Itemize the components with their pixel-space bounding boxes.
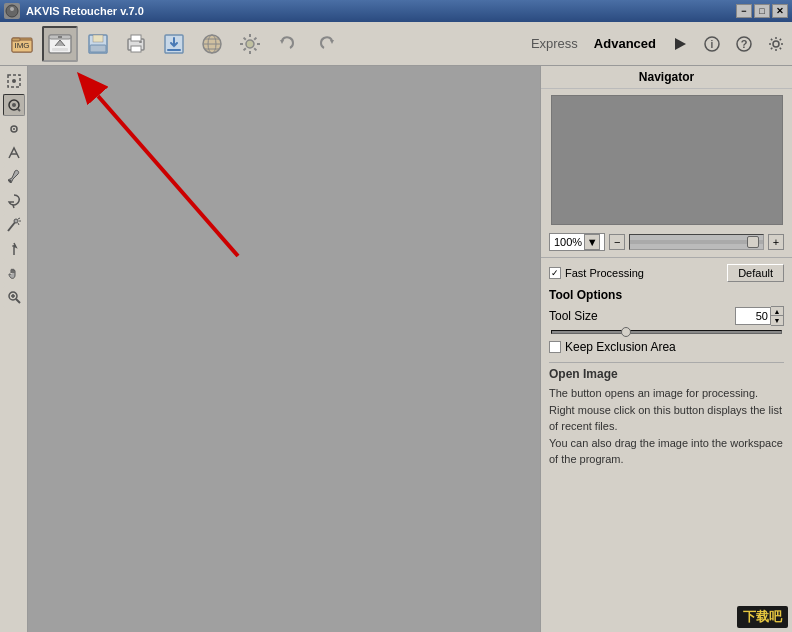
settings-panel: ✓ Fast Processing Default Tool Options T… — [541, 257, 792, 632]
selection-tool-btn[interactable] — [3, 70, 25, 92]
svg-line-39 — [13, 205, 14, 208]
redo-button[interactable] — [308, 26, 344, 62]
brush-tool-btn[interactable] — [3, 94, 25, 116]
spinbox-arrows: ▲ ▼ — [771, 306, 784, 326]
svg-line-41 — [18, 218, 20, 219]
divider — [549, 362, 784, 363]
svg-point-36 — [13, 128, 15, 130]
undo-button[interactable] — [270, 26, 306, 62]
navigator-zoom-row: 100% ▼ − + — [541, 231, 792, 257]
tool-size-spinbox[interactable]: ▲ ▼ — [735, 306, 784, 326]
keep-exclusion-label: Keep Exclusion Area — [565, 340, 676, 354]
open-image-button[interactable] — [42, 26, 78, 62]
keep-exclusion-checkbox[interactable] — [549, 341, 561, 353]
zoom-out-btn[interactable]: − — [609, 234, 625, 250]
tab-advanced[interactable]: Advanced — [590, 34, 660, 53]
download-button[interactable] — [156, 26, 192, 62]
watermark: 下载吧 — [737, 606, 788, 628]
eyedropper-tool-btn[interactable] — [3, 166, 25, 188]
fast-processing-checkbox[interactable]: ✓ — [549, 267, 561, 279]
toolbar-right: Express Advanced i ? — [527, 32, 788, 56]
spin-up-btn[interactable]: ▲ — [771, 307, 783, 316]
info-button[interactable]: i — [700, 32, 724, 56]
svg-text:IMG: IMG — [14, 41, 29, 50]
svg-line-46 — [16, 299, 20, 303]
navigator-header: Navigator — [541, 66, 792, 89]
hand-tool-btn[interactable] — [3, 262, 25, 284]
svg-point-1 — [10, 7, 14, 11]
default-button[interactable]: Default — [727, 264, 784, 282]
minimize-button[interactable]: − — [736, 4, 752, 18]
left-tool-panel — [0, 66, 28, 632]
fast-processing-row: ✓ Fast Processing Default — [549, 264, 784, 282]
svg-line-34 — [17, 108, 20, 111]
magic-tool-btn[interactable] — [3, 214, 25, 236]
run-button[interactable] — [668, 32, 692, 56]
zoom-value-text: 100% — [554, 236, 582, 248]
tool-size-slider-container[interactable] — [549, 330, 784, 334]
help-text: The button opens an image for processing… — [549, 385, 784, 468]
save-button[interactable] — [80, 26, 116, 62]
tool-size-row: Tool Size ▲ ▼ — [549, 306, 784, 326]
app-settings-button[interactable] — [764, 32, 788, 56]
zoom-dropdown-btn[interactable]: ▼ — [584, 234, 600, 250]
zoom-value-box: 100% ▼ — [549, 233, 605, 251]
app-icon — [4, 3, 20, 19]
svg-rect-8 — [52, 48, 68, 51]
toolbar: IMG — [0, 22, 792, 66]
zoom-in-btn[interactable]: + — [768, 234, 784, 250]
right-panel: Navigator 100% ▼ − + ✓ Fas — [540, 66, 792, 632]
canvas-area[interactable] — [28, 66, 540, 632]
fast-processing-label[interactable]: ✓ Fast Processing — [549, 267, 644, 279]
title-controls: − □ ✕ — [736, 4, 788, 18]
tool-size-slider-track[interactable] — [551, 330, 782, 334]
svg-point-33 — [12, 103, 16, 107]
eraser-tool-btn[interactable] — [3, 118, 25, 140]
settings-button[interactable] — [232, 26, 268, 62]
navigator-view[interactable] — [551, 95, 783, 225]
smear-tool-btn[interactable] — [3, 142, 25, 164]
title-bar: AKVIS Retoucher v.7.0 − □ ✕ — [0, 0, 792, 22]
svg-rect-17 — [167, 49, 181, 51]
spin-down-btn[interactable]: ▼ — [771, 316, 783, 325]
navigator-section: Navigator 100% ▼ − + — [541, 66, 792, 257]
tab-express[interactable]: Express — [527, 34, 582, 53]
help-section: Open Image The button opens an image for… — [549, 367, 784, 468]
svg-rect-14 — [131, 46, 141, 52]
network-button[interactable] — [194, 26, 230, 62]
annotation-arrow — [58, 66, 318, 286]
title-bar-left: AKVIS Retoucher v.7.0 — [4, 3, 144, 19]
svg-rect-13 — [131, 35, 141, 41]
svg-point-38 — [8, 180, 11, 183]
zoom-slider[interactable] — [629, 234, 764, 250]
tool-options-header: Tool Options — [549, 288, 784, 302]
maximize-button[interactable]: □ — [754, 4, 770, 18]
svg-rect-11 — [90, 45, 106, 52]
tool-size-slider-thumb[interactable] — [621, 327, 631, 337]
tool-size-label: Tool Size — [549, 309, 598, 323]
svg-line-43 — [18, 223, 19, 225]
svg-rect-15 — [139, 41, 142, 43]
svg-text:i: i — [711, 39, 714, 50]
print-button[interactable] — [118, 26, 154, 62]
svg-rect-10 — [93, 35, 103, 42]
lasso-tool-btn[interactable] — [3, 190, 25, 212]
svg-line-50 — [98, 96, 238, 256]
fast-processing-text: Fast Processing — [565, 267, 644, 279]
title-text: AKVIS Retoucher v.7.0 — [26, 5, 144, 17]
keep-exclusion-row: Keep Exclusion Area — [549, 340, 784, 354]
zoom-tool-btn[interactable] — [3, 286, 25, 308]
svg-point-40 — [14, 219, 18, 223]
help-button[interactable]: ? — [732, 32, 756, 56]
pen-tool-btn[interactable] — [3, 238, 25, 260]
close-button[interactable]: ✕ — [772, 4, 788, 18]
tool-size-input[interactable] — [735, 307, 771, 325]
help-title: Open Image — [549, 367, 784, 381]
open-file-button[interactable]: IMG — [4, 26, 40, 62]
svg-text:?: ? — [741, 38, 748, 50]
svg-point-31 — [12, 79, 16, 83]
svg-point-23 — [246, 40, 254, 48]
main-layout: Navigator 100% ▼ − + ✓ Fas — [0, 66, 792, 632]
svg-point-29 — [773, 41, 779, 47]
svg-marker-24 — [675, 38, 686, 50]
